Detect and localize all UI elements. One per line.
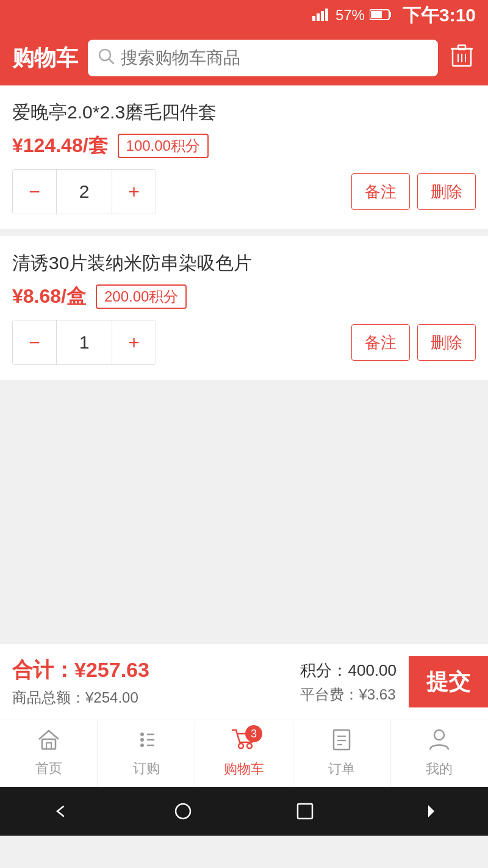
svg-rect-5 bbox=[389, 12, 391, 17]
platform-value: ¥3.63 bbox=[359, 686, 395, 703]
cart-item-2: 清诱30片装纳米防串染吸色片 ¥8.68/盒 200.00积分 − 1 + 备注… bbox=[0, 236, 488, 380]
cart-badge: 3 bbox=[245, 725, 262, 742]
item-1-action-buttons: 备注 删除 bbox=[351, 173, 476, 210]
battery-percent: 57% bbox=[336, 7, 365, 24]
item-1-points: 100.00积分 bbox=[118, 134, 209, 158]
item-2-increase-button[interactable]: + bbox=[112, 320, 156, 364]
nav-order[interactable]: 订购 bbox=[98, 720, 195, 787]
status-bar: 57% 下午3:10 bbox=[0, 0, 488, 31]
total-value: ¥257.63 bbox=[74, 658, 149, 681]
summary-subtotal: 商品总额：¥254.00 bbox=[12, 688, 276, 707]
order-label: 订购 bbox=[133, 759, 160, 778]
recents-button[interactable] bbox=[295, 801, 315, 821]
svg-rect-6 bbox=[371, 11, 382, 18]
nav-cart[interactable]: 3 购物车 bbox=[195, 720, 293, 787]
svg-point-24 bbox=[247, 743, 252, 748]
item-2-controls: − 1 + 备注 删除 bbox=[12, 320, 476, 365]
svg-line-8 bbox=[109, 59, 113, 63]
svg-point-21 bbox=[140, 743, 144, 747]
page-title: 购物车 bbox=[12, 43, 78, 73]
points-value: 400.00 bbox=[348, 661, 396, 679]
search-icon bbox=[98, 48, 115, 69]
nav-mine[interactable]: 我的 bbox=[391, 720, 488, 787]
nav-home[interactable]: 首页 bbox=[0, 720, 98, 787]
trash-button[interactable] bbox=[448, 40, 476, 76]
summary-points: 积分：400.00 bbox=[300, 660, 396, 681]
mine-icon bbox=[429, 729, 450, 756]
svg-rect-3 bbox=[325, 9, 328, 21]
item-1-increase-button[interactable]: + bbox=[112, 170, 156, 214]
svg-rect-1 bbox=[317, 13, 320, 21]
svg-rect-16 bbox=[46, 743, 51, 749]
item-2-points: 200.00积分 bbox=[96, 284, 187, 309]
platform-label: 平台费： bbox=[300, 686, 359, 703]
header: 购物车 bbox=[0, 31, 488, 85]
status-icons: 57% 下午3:10 bbox=[312, 3, 476, 28]
svg-rect-2 bbox=[321, 11, 324, 21]
svg-rect-0 bbox=[312, 16, 315, 21]
orders-icon bbox=[332, 729, 351, 756]
bottom-nav: 首页 订购 3 购物车 bbox=[0, 720, 488, 787]
summary-total: 合计：¥257.63 bbox=[12, 656, 276, 684]
item-2-name: 清诱30片装纳米防串染吸色片 bbox=[12, 251, 476, 276]
mine-label: 我的 bbox=[426, 760, 453, 778]
item-2-price-row: ¥8.68/盒 200.00积分 bbox=[12, 283, 476, 310]
item-1-price-row: ¥124.48/套 100.00积分 bbox=[12, 132, 476, 159]
orders-label: 订单 bbox=[328, 760, 355, 778]
item-2-action-buttons: 备注 删除 bbox=[351, 324, 476, 361]
signal-icon bbox=[312, 6, 331, 25]
submit-button[interactable]: 提交 bbox=[409, 656, 488, 707]
item-1-controls: − 2 + 备注 删除 bbox=[12, 169, 476, 214]
system-nav bbox=[0, 787, 488, 836]
svg-rect-31 bbox=[298, 804, 312, 819]
item-2-delete-button[interactable]: 删除 bbox=[417, 324, 476, 361]
summary-right: 积分：400.00 平台费：¥3.63 bbox=[288, 656, 409, 707]
item-1-note-button[interactable]: 备注 bbox=[351, 173, 410, 210]
search-box[interactable] bbox=[88, 40, 438, 76]
item-2-quantity-value: 1 bbox=[57, 320, 112, 364]
back-button[interactable] bbox=[51, 801, 71, 821]
summary-platform: 平台费：¥3.63 bbox=[300, 685, 396, 704]
home-label: 首页 bbox=[35, 759, 62, 778]
item-1-delete-button[interactable]: 删除 bbox=[417, 173, 476, 210]
item-1-quantity-control: − 2 + bbox=[12, 169, 156, 214]
item-1-decrease-button[interactable]: − bbox=[13, 170, 57, 214]
search-input[interactable] bbox=[121, 48, 428, 68]
points-label: 积分： bbox=[300, 661, 348, 679]
empty-area bbox=[0, 387, 488, 643]
item-2-quantity-control: − 1 + bbox=[12, 320, 156, 365]
svg-point-29 bbox=[434, 730, 444, 740]
cart-item-1: 爱晚亭2.0*2.3磨毛四件套 ¥124.48/套 100.00积分 − 2 +… bbox=[0, 85, 488, 229]
item-2-decrease-button[interactable]: − bbox=[13, 320, 57, 364]
total-label: 合计： bbox=[12, 658, 74, 681]
cart-label: 购物车 bbox=[224, 760, 264, 778]
svg-point-23 bbox=[239, 743, 243, 748]
svg-point-30 bbox=[176, 804, 190, 819]
time-display: 下午3:10 bbox=[403, 3, 476, 28]
item-1-name: 爱晚亭2.0*2.3磨毛四件套 bbox=[12, 100, 476, 125]
item-2-price: ¥8.68/盒 bbox=[12, 283, 86, 310]
cart-content: 爱晚亭2.0*2.3磨毛四件套 ¥124.48/套 100.00积分 − 2 +… bbox=[0, 85, 488, 643]
summary-left: 合计：¥257.63 商品总额：¥254.00 bbox=[0, 656, 288, 707]
subtotal-value: ¥254.00 bbox=[85, 689, 138, 706]
svg-rect-15 bbox=[42, 739, 56, 749]
subtotal-label: 商品总额： bbox=[12, 689, 85, 706]
menu-button[interactable] bbox=[417, 801, 437, 821]
footer-summary: 合计：¥257.63 商品总额：¥254.00 积分：400.00 平台费：¥3… bbox=[0, 643, 488, 720]
home-icon bbox=[38, 729, 60, 756]
home-system-button[interactable] bbox=[173, 801, 193, 821]
item-1-quantity-value: 2 bbox=[57, 170, 112, 214]
battery-icon bbox=[370, 6, 392, 25]
svg-point-19 bbox=[140, 738, 144, 742]
nav-orders[interactable]: 订单 bbox=[293, 720, 391, 787]
svg-point-17 bbox=[140, 732, 144, 736]
svg-rect-11 bbox=[458, 45, 465, 49]
item-1-price: ¥124.48/套 bbox=[12, 132, 108, 159]
item-2-note-button[interactable]: 备注 bbox=[351, 324, 410, 361]
order-icon bbox=[137, 729, 156, 756]
